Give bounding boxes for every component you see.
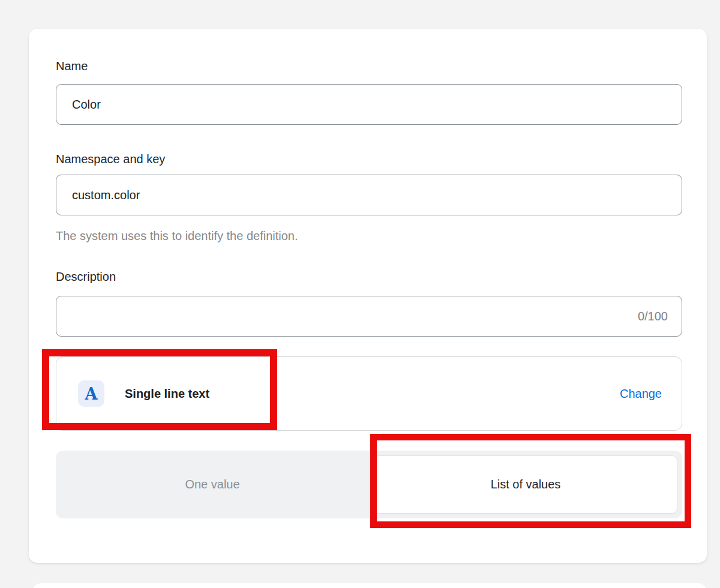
namespace-label: Namespace and key xyxy=(56,152,682,166)
toggle-option-one-value[interactable]: One value xyxy=(56,451,369,518)
content-type-label: Single line text xyxy=(125,387,209,401)
content-type-card: A Single line text Change xyxy=(56,356,682,431)
cardinality-toggle: One value List of values xyxy=(56,451,682,518)
description-field-wrapper: 0/100 xyxy=(56,296,682,337)
change-button[interactable]: Change xyxy=(620,387,662,401)
metafield-definition-card: Name Namespace and key The system uses t… xyxy=(29,29,707,563)
page-background: Name Namespace and key The system uses t… xyxy=(0,0,720,588)
toggle-option-list-of-values[interactable]: List of values xyxy=(369,451,682,518)
name-input[interactable] xyxy=(56,84,682,125)
name-label: Name xyxy=(56,59,682,73)
single-line-text-icon: A xyxy=(78,380,104,407)
namespace-help-text: The system uses this to identify the def… xyxy=(56,229,682,243)
namespace-input[interactable] xyxy=(56,175,682,215)
next-card-partial xyxy=(32,583,707,588)
description-label: Description xyxy=(56,269,682,284)
description-input[interactable] xyxy=(56,296,682,337)
